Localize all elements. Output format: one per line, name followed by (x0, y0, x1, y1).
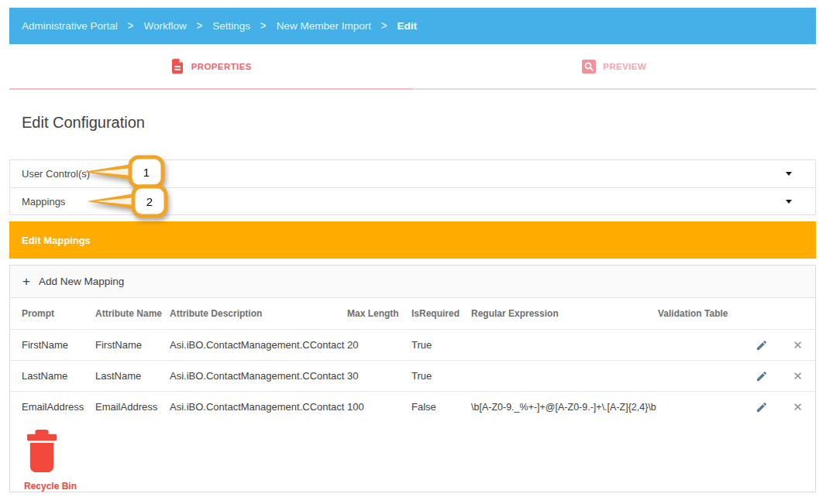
column-header-attribute-description: Attribute Description (170, 308, 347, 319)
pencil-icon (755, 370, 768, 382)
table-row: LastName LastName Asi.iBO.ContactManagem… (10, 360, 815, 391)
page-frame: Administrative Portal > Workflow > Setti… (9, 8, 816, 492)
accordion-user-controls-label: User Control(s) (22, 168, 90, 180)
tab-preview-label: PREVIEW (603, 62, 646, 71)
cell-prompt: FirstName (22, 339, 95, 351)
accordion-mappings[interactable]: Mappings (10, 187, 815, 214)
cell-attribute-name: LastName (95, 370, 170, 382)
column-header-validation-table: Validation Table (658, 308, 743, 319)
tab-properties[interactable]: PROPERTIES (9, 44, 413, 88)
document-icon (170, 58, 184, 74)
pencil-icon (755, 339, 768, 351)
cell-max-length: 30 (347, 370, 411, 382)
table-row: FirstName FirstName Asi.iBO.ContactManag… (10, 329, 815, 360)
edit-row-button[interactable] (752, 367, 771, 386)
recycle-bin[interactable]: Recycle Bin (10, 422, 95, 492)
cell-attribute-description: Asi.iBO.ContactManagement.CContact (170, 339, 347, 351)
breadcrumb-separator-icon: > (197, 19, 203, 33)
pencil-icon (755, 401, 768, 413)
cell-prompt: EmailAddress (22, 401, 95, 413)
cell-prompt: LastName (22, 370, 95, 382)
breadcrumb: Administrative Portal > Workflow > Setti… (22, 20, 417, 32)
breadcrumb-bar: Administrative Portal > Workflow > Setti… (9, 8, 816, 44)
tab-bar: PROPERTIES PREVIEW (9, 44, 816, 88)
recycle-bin-label: Recycle Bin (24, 481, 95, 492)
edit-row-button[interactable] (752, 398, 771, 417)
column-header-attribute-name: Attribute Name (95, 308, 170, 319)
mappings-card: + Add New Mapping Prompt Attribute Name … (9, 265, 816, 492)
breadcrumb-separator-icon: > (128, 19, 134, 33)
edit-mappings-banner: Edit Mappings (9, 221, 816, 259)
edit-row-button[interactable] (752, 336, 771, 355)
accordion-user-controls[interactable]: User Control(s) (10, 160, 815, 187)
edit-mappings-banner-label: Edit Mappings (22, 235, 91, 246)
cell-attribute-description: Asi.iBO.ContactManagement.CContact (170, 401, 347, 413)
table-header-row: Prompt Attribute Name Attribute Descript… (10, 298, 815, 329)
accordion: User Control(s) Mappings (9, 159, 816, 215)
column-header-max-length: Max Length (347, 308, 411, 319)
delete-row-button[interactable]: ✕ (790, 367, 806, 385)
tab-preview[interactable]: PREVIEW (413, 44, 817, 88)
tab-properties-label: PROPERTIES (191, 62, 252, 71)
breadcrumb-separator-icon: > (260, 19, 267, 33)
add-new-mapping-label: Add New Mapping (39, 276, 124, 287)
add-new-mapping-button[interactable]: + Add New Mapping (10, 266, 815, 298)
cell-attribute-description: Asi.iBO.ContactManagement.CContact (170, 370, 347, 382)
breadcrumb-item-new-member-import[interactable]: New Member Import (277, 20, 371, 32)
tab-underline (9, 88, 816, 90)
cell-max-length: 20 (347, 339, 411, 351)
chevron-down-icon[interactable] (786, 172, 792, 176)
breadcrumb-item-administrative-portal[interactable]: Administrative Portal (22, 20, 118, 32)
cell-is-required: True (411, 339, 471, 351)
cell-attribute-name: FirstName (95, 339, 170, 351)
breadcrumb-current: Edit (398, 20, 418, 32)
delete-row-button[interactable]: ✕ (790, 398, 806, 416)
page-title: Edit Configuration (22, 113, 816, 132)
delete-row-button[interactable]: ✕ (790, 336, 806, 354)
cell-is-required: False (411, 401, 471, 413)
active-tab-indicator (9, 88, 413, 90)
column-header-isrequired: IsRequired (411, 308, 471, 319)
column-header-regular-expression: Regular Expression (471, 308, 658, 319)
cell-is-required: True (411, 370, 471, 382)
column-header-prompt: Prompt (22, 308, 95, 319)
breadcrumb-separator-icon: > (381, 19, 387, 33)
close-icon: ✕ (793, 370, 803, 382)
cell-max-length: 100 (347, 401, 411, 413)
cell-regular-expression: \b[A-Z0-9._%+-]+@[A-Z0-9.-]+\.[A-Z]{2,4}… (471, 402, 658, 413)
chevron-down-icon[interactable] (786, 200, 792, 204)
trash-icon (24, 430, 60, 474)
plus-icon: + (22, 275, 30, 288)
breadcrumb-item-settings[interactable]: Settings (212, 20, 250, 32)
table-row: EmailAddress EmailAddress Asi.iBO.Contac… (10, 391, 815, 422)
close-icon: ✕ (793, 339, 803, 351)
close-icon: ✕ (793, 401, 803, 413)
accordion-mappings-label: Mappings (22, 196, 65, 207)
breadcrumb-item-workflow[interactable]: Workflow (143, 20, 186, 32)
magnifier-icon (582, 60, 596, 74)
cell-attribute-name: EmailAddress (95, 401, 170, 413)
